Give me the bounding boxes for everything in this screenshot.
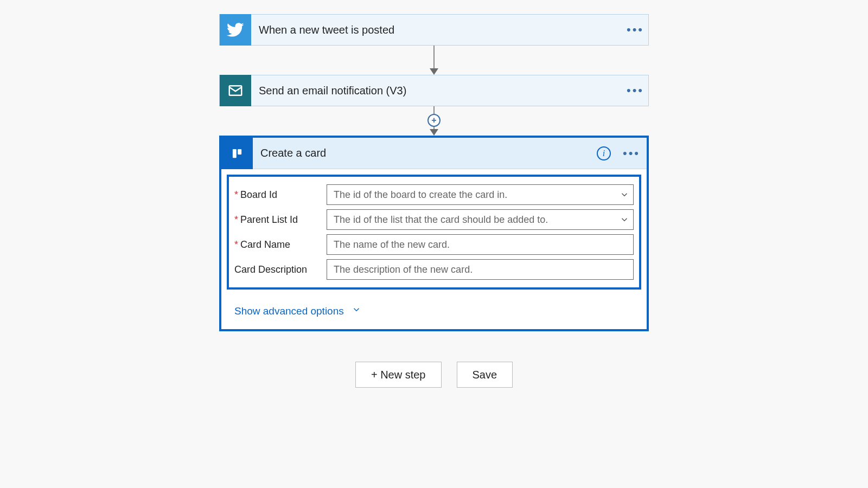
field-parent-list-id: *Parent List Id	[234, 209, 634, 230]
required-star: *	[234, 189, 238, 201]
step-header[interactable]: Create a card i •••	[221, 138, 647, 169]
field-label: *Board Id	[234, 189, 327, 201]
field-label: *Card Name	[234, 239, 327, 251]
svg-rect-2	[233, 149, 237, 157]
flow-step-trello: Create a card i ••• *Board Id *Parent Li…	[219, 136, 649, 331]
field-label: *Parent List Id	[234, 214, 327, 226]
step-title: Send an email notification (V3)	[251, 85, 622, 97]
required-star: *	[234, 214, 238, 226]
field-card-name: *Card Name	[234, 234, 634, 255]
card-name-input[interactable]	[327, 234, 634, 255]
flow-step-trigger[interactable]: When a new tweet is posted •••	[219, 14, 649, 46]
more-icon[interactable]: •••	[622, 23, 648, 37]
more-icon[interactable]: •••	[618, 146, 644, 160]
show-advanced-options[interactable]: Show advanced options	[221, 295, 647, 329]
new-step-button[interactable]: + New step	[355, 362, 442, 388]
add-step-button[interactable]: +	[427, 114, 441, 127]
mail-icon	[220, 75, 251, 106]
info-icon[interactable]: i	[597, 146, 611, 160]
trello-icon	[221, 138, 253, 169]
required-star: *	[234, 239, 238, 251]
flow-connector	[430, 46, 438, 75]
field-card-description: Card Description	[234, 259, 634, 280]
flow-connector: +	[430, 106, 438, 136]
save-button[interactable]: Save	[457, 362, 513, 388]
card-description-input[interactable]	[327, 259, 634, 280]
flow-step-email[interactable]: Send an email notification (V3) •••	[219, 75, 649, 106]
board-id-input[interactable]	[327, 184, 634, 205]
more-icon[interactable]: •••	[622, 84, 648, 98]
footer-actions: + New step Save	[355, 362, 513, 388]
step-title: Create a card	[253, 147, 597, 159]
form-parameters: *Board Id *Parent List Id *Card Name	[227, 175, 641, 290]
chevron-down-icon	[352, 305, 361, 317]
twitter-icon	[220, 14, 251, 46]
field-label: Card Description	[234, 264, 327, 275]
field-board-id: *Board Id	[234, 184, 634, 205]
step-title: When a new tweet is posted	[251, 24, 622, 36]
parent-list-id-input[interactable]	[327, 209, 634, 230]
svg-rect-3	[238, 149, 241, 154]
